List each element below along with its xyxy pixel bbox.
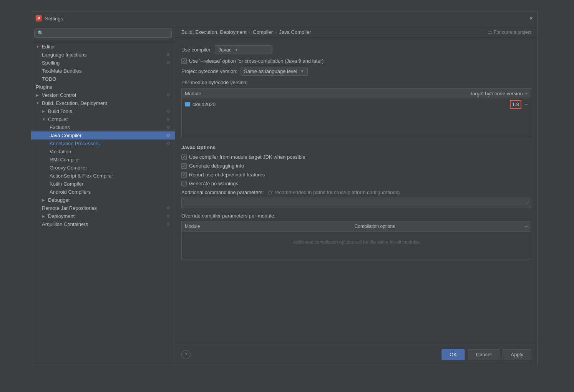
sidebar-item-groovy-compiler[interactable]: Groovy Compiler [31,164,175,172]
project-icon: 🗂 [488,30,492,35]
annotation-processors-gear: ⚙ [166,141,170,146]
bed-arrow [36,101,40,105]
todo-label: TODO [42,76,56,82]
for-current-project-text: For current project [494,30,531,35]
project-bytecode-label: Project bytecode version: [181,68,237,74]
title-bar: P Settings × [31,12,538,25]
sidebar-item-version-control[interactable]: Version Control ⚙ [31,91,175,99]
debugger-arrow [42,198,46,202]
sidebar-item-validation[interactable]: Validation [31,148,175,156]
sidebar-item-compiler[interactable]: Compiler ⚙ [31,115,175,123]
option-checkbox-0[interactable] [181,154,187,160]
module-row-cloud2020[interactable]: cloud2020 1.8 − [182,98,531,110]
cancel-button[interactable]: Cancel [468,349,499,360]
sidebar-item-java-compiler[interactable]: Java Compiler ⚙ [31,131,175,140]
use-compiler-label: Use compiler: [181,47,212,53]
groovy-compiler-label: Groovy Compiler [50,165,87,171]
sidebar-item-remote-jar[interactable]: Remote Jar Repositories ⚙ [31,204,175,212]
validation-label: Validation [50,149,71,154]
plugins-label: Plugins [36,84,52,90]
add-module-button[interactable]: + [524,90,528,97]
help-button[interactable]: ? [181,350,191,359]
bed-label: Build, Execution, Deployment [42,100,107,106]
textmate-label: TextMate Bundles [42,68,81,74]
close-button[interactable]: × [529,15,533,22]
sidebar-item-textmate[interactable]: TextMate Bundles [31,67,175,75]
apply-button[interactable]: Apply [503,349,531,360]
compiler-value: Javac [218,47,231,53]
option-row-0: Use compiler from module target JDK when… [181,154,531,160]
use-compiler-row: Use compiler: Javac ▼ [181,45,531,54]
sidebar-item-plugins[interactable]: Plugins [31,83,175,91]
for-current-project: 🗂 For current project [488,30,531,35]
main-content: Build, Execution, Deployment › Compiler … [175,25,538,365]
compiler-arrow [42,117,46,121]
bytecode-dropdown-arrow: ▼ [300,69,304,73]
project-bytecode-value: Same as language level [244,68,297,74]
override-compilation-col: Compilation options [355,224,524,229]
remote-jar-gear: ⚙ [166,206,170,211]
bt-arrow [42,109,46,113]
option-row-3: Generate no warnings [181,181,531,186]
dialog-title: Settings [45,16,63,22]
sidebar-item-debugger[interactable]: Debugger [31,196,175,204]
version-control-label: Version Control [42,92,76,98]
module-name: cloud2020 [192,101,216,107]
debugger-label: Debugger [48,197,70,203]
remove-module-button[interactable]: − [524,101,528,108]
compiler-label: Compiler [48,116,68,122]
sidebar-item-arquillian[interactable]: Arquillian Containers ⚙ [31,220,175,228]
release-option-checkbox[interactable] [181,58,187,64]
option-label-0: Use compiler from module target JDK when… [189,154,305,160]
ok-button[interactable]: OK [441,349,465,360]
sidebar-item-deployment[interactable]: Deployment ⚙ [31,212,175,220]
override-empty-text: Additional compilation options will be t… [182,232,531,248]
search-input[interactable] [34,28,172,38]
sidebar-item-todo[interactable]: TODO [31,75,175,83]
cmd-params-input[interactable] [181,197,531,208]
breadcrumb-sep1: › [249,29,251,35]
sidebar-item-language-injections[interactable]: Language Injections ⚙ [31,51,175,59]
sidebar-item-rmi-compiler[interactable]: RMI Compiler [31,156,175,164]
version-control-gear: ⚙ [166,93,170,98]
sidebar-item-spelling[interactable]: Spelling ⚙ [31,59,175,67]
project-bytecode-dropdown[interactable]: Same as language level ▼ [241,67,308,76]
option-checkbox-1[interactable] [181,163,187,169]
kotlin-label: Kotlin Compiler [50,181,83,187]
sidebar-item-actionscript[interactable]: ActionScript & Flex Compiler [31,172,175,180]
option-row-1: Generate debugging info [181,163,531,169]
sidebar-item-editor[interactable]: Editor [31,43,175,51]
option-label-3: Generate no warnings [189,181,238,186]
expand-icon: ⤢ [526,200,530,205]
search-box [31,25,175,41]
sidebar-item-android[interactable]: Android Compilers [31,188,175,196]
language-injections-gear: ⚙ [166,52,170,57]
editor-arrow [36,45,40,49]
version-cell: 1.8 − [451,100,528,109]
option-label-1: Generate debugging info [189,163,244,169]
sidebar-item-annotation-processors[interactable]: Annotation Processors ⚙ [31,140,175,148]
java-compiler-label: Java Compiler [50,133,81,138]
release-option-row: Use '--release' option for cross-compila… [181,58,531,64]
excludes-label: Excludes [50,125,70,130]
language-injections-label: Language Injections [42,52,86,58]
breadcrumb-sep2: › [275,29,277,35]
cmd-params-hint: ('/' recommended in paths for cross-plat… [268,189,400,195]
override-table: Module Compilation options + Additional … [181,221,531,259]
cmd-params-container: ⤢ [181,197,531,208]
sidebar-item-kotlin[interactable]: Kotlin Compiler [31,180,175,188]
add-override-button[interactable]: + [524,223,528,230]
rmi-compiler-label: RMI Compiler [50,157,80,163]
sidebar-item-build-tools[interactable]: Build Tools ⚙ [31,107,175,115]
module-cell: cloud2020 [185,101,451,107]
option-checkbox-2[interactable] [181,172,187,178]
deployment-arrow [42,214,46,218]
target-col-header: Target bytecode version [470,91,523,96]
sidebar-item-excludes[interactable]: Excludes ⚙ [31,123,175,131]
compiler-dropdown[interactable]: Javac ▼ [215,45,272,54]
spelling-label: Spelling [42,60,60,66]
module-col-header: Module [185,91,201,96]
per-module-label: Per-module bytecode version: [181,80,531,85]
option-checkbox-3[interactable] [181,181,187,186]
sidebar-item-build-exec-deploy[interactable]: Build, Execution, Deployment [31,99,175,107]
